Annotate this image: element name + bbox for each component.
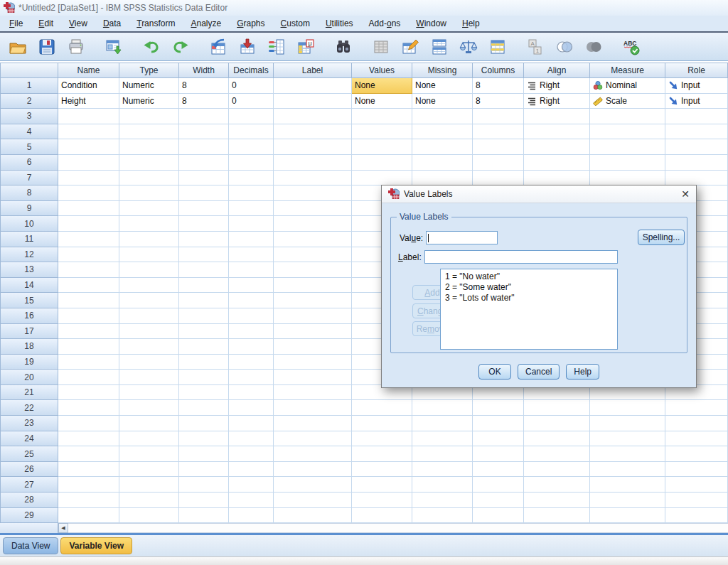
value-labels-list[interactable]: 1 = "No water"2 = "Some water"3 = "Lots … xyxy=(440,269,618,350)
select-cases-icon[interactable] xyxy=(484,35,511,59)
cell-missing-row5[interactable] xyxy=(412,139,473,155)
cell-decimals-row24[interactable] xyxy=(229,431,274,447)
cell-missing-row23[interactable] xyxy=(412,416,473,431)
cell-type-row19[interactable] xyxy=(119,355,179,370)
cell-decimals-row4[interactable] xyxy=(229,124,274,140)
cell-role-row25[interactable] xyxy=(665,446,728,462)
dialog-titlebar[interactable]: Value Labels ✕ xyxy=(382,185,696,203)
cell-missing-row6[interactable] xyxy=(412,155,473,171)
cell-decimals-row21[interactable] xyxy=(229,385,274,401)
cell-missing-row27[interactable] xyxy=(412,477,473,493)
cell-decimals-row7[interactable] xyxy=(229,171,274,186)
cell-type-row29[interactable] xyxy=(119,508,179,524)
row-header-11[interactable]: 11 xyxy=(0,232,58,247)
cell-role-row28[interactable] xyxy=(665,493,728,508)
cell-columns-row22[interactable] xyxy=(473,400,524,416)
cell-label-row22[interactable] xyxy=(274,400,352,416)
cell-missing-row7[interactable] xyxy=(412,171,473,186)
ok-button[interactable]: OK xyxy=(478,364,511,380)
cell-role-row3[interactable] xyxy=(665,109,728,124)
cell-values-row7[interactable] xyxy=(352,171,412,186)
cell-decimals-row14[interactable] xyxy=(229,278,274,294)
row-header-26[interactable]: 26 xyxy=(0,462,58,478)
cell-align-row24[interactable] xyxy=(524,431,590,447)
cell-values-row28[interactable] xyxy=(352,493,412,508)
col-header-columns[interactable]: Columns xyxy=(473,63,524,78)
cell-align-row3[interactable] xyxy=(524,109,590,124)
cell-align-row5[interactable] xyxy=(524,139,590,155)
cell-name-row28[interactable] xyxy=(58,493,119,508)
cell-decimals-row29[interactable] xyxy=(229,508,274,524)
menu-graphs[interactable]: Graphs xyxy=(229,16,272,31)
cell-width-row3[interactable] xyxy=(179,109,229,124)
row-header-21[interactable]: 21 xyxy=(0,385,58,401)
cell-measure-row3[interactable] xyxy=(590,109,665,124)
spell-check-icon[interactable]: ABC xyxy=(618,35,645,59)
cell-width-row29[interactable] xyxy=(179,508,229,524)
cell-missing-row22[interactable] xyxy=(412,400,473,416)
redo-icon[interactable] xyxy=(167,35,194,59)
cell-label-row2[interactable] xyxy=(274,94,352,109)
cell-type-row10[interactable] xyxy=(119,216,179,232)
cell-label-row4[interactable] xyxy=(274,124,352,140)
cell-type-row16[interactable] xyxy=(119,308,179,324)
cell-decimals-row22[interactable] xyxy=(229,400,274,416)
row-header-17[interactable]: 17 xyxy=(0,324,58,340)
cell-width-row9[interactable] xyxy=(179,201,229,217)
row-header-6[interactable]: 6 xyxy=(0,155,58,171)
cell-width-row23[interactable] xyxy=(179,416,229,431)
cell-width-row13[interactable] xyxy=(179,262,229,278)
col-header-missing[interactable]: Missing xyxy=(412,63,473,78)
close-icon[interactable]: ✕ xyxy=(681,189,690,199)
tab-variable-view[interactable]: Variable View xyxy=(60,537,132,554)
cell-columns-row4[interactable] xyxy=(473,124,524,140)
cell-measure-row26[interactable] xyxy=(590,462,665,478)
cell-name-row25[interactable] xyxy=(58,446,119,462)
row-header-7[interactable]: 7 xyxy=(0,171,58,186)
cell-align-row25[interactable] xyxy=(524,446,590,462)
cell-measure-row6[interactable] xyxy=(590,155,665,171)
cell-missing-row25[interactable] xyxy=(412,446,473,462)
menu-help[interactable]: Help xyxy=(454,16,488,31)
cell-measure-row5[interactable] xyxy=(590,139,665,155)
row-header-22[interactable]: 22 xyxy=(0,400,58,416)
cell-missing-row2[interactable]: None xyxy=(412,94,473,109)
cell-type-row20[interactable] xyxy=(119,370,179,385)
cell-name-row3[interactable] xyxy=(58,109,119,124)
cell-columns-row27[interactable] xyxy=(473,477,524,493)
cell-values-row26[interactable] xyxy=(352,462,412,478)
col-header-align[interactable]: Align xyxy=(524,63,590,78)
col-header-decimals[interactable]: Decimals xyxy=(229,63,274,78)
cell-measure-row7[interactable] xyxy=(590,171,665,186)
cell-decimals-row18[interactable] xyxy=(229,339,274,355)
window-titlebar[interactable]: *Untitled2 [DataSet1] - IBM SPSS Statist… xyxy=(0,0,728,16)
cell-width-row10[interactable] xyxy=(179,216,229,232)
cell-columns-row3[interactable] xyxy=(473,109,524,124)
cell-width-row12[interactable] xyxy=(179,247,229,263)
row-header-27[interactable]: 27 xyxy=(0,477,58,493)
cell-missing-row1[interactable]: None xyxy=(412,78,473,94)
cell-label-row15[interactable] xyxy=(274,293,352,308)
cell-columns-row5[interactable] xyxy=(473,139,524,155)
menu-edit[interactable]: Edit xyxy=(31,16,61,31)
cell-name-row19[interactable] xyxy=(58,355,119,370)
show-all-variables-icon[interactable] xyxy=(580,35,607,59)
cell-label-row25[interactable] xyxy=(274,446,352,462)
row-header-16[interactable]: 16 xyxy=(0,308,58,324)
label-input[interactable] xyxy=(424,250,618,264)
cell-measure-row1[interactable]: Nominal xyxy=(590,78,665,94)
row-header-5[interactable]: 5 xyxy=(0,139,58,155)
menu-file[interactable]: File xyxy=(1,16,31,31)
cell-label-row26[interactable] xyxy=(274,462,352,478)
cell-type-row25[interactable] xyxy=(119,446,179,462)
cell-align-row22[interactable] xyxy=(524,400,590,416)
use-variable-sets-icon[interactable] xyxy=(551,35,578,59)
row-header-28[interactable]: 28 xyxy=(0,493,58,508)
cell-label-row18[interactable] xyxy=(274,339,352,355)
value-label-entry[interactable]: 3 = "Lots of water" xyxy=(445,293,613,303)
insert-variable-icon[interactable] xyxy=(397,35,424,59)
cell-missing-row4[interactable] xyxy=(412,124,473,140)
row-header-1[interactable]: 1 xyxy=(0,78,58,94)
weight-cases-icon[interactable] xyxy=(455,35,482,59)
row-header-20[interactable]: 20 xyxy=(0,370,58,385)
